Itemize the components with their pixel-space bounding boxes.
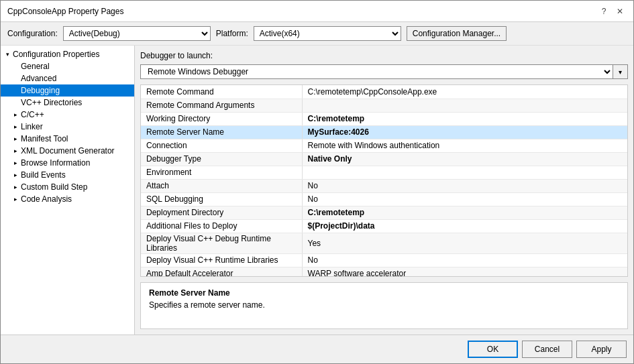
expand-icon-advanced: [11, 74, 19, 82]
title-bar: CppConsoleApp Property Pages ? ✕: [1, 1, 633, 22]
ok-button[interactable]: OK: [468, 341, 518, 358]
table-row[interactable]: SQL DebuggingNo: [141, 192, 627, 206]
table-row[interactable]: Deployment DirectoryC:\remotetemp: [141, 206, 627, 219]
tree-item-label-browse-info: Browse Information: [21, 158, 90, 168]
expand-icon-general: [11, 62, 19, 70]
table-row[interactable]: Remote Command Arguments: [141, 99, 627, 112]
tree-item-label-cpp: C/C++: [21, 110, 44, 119]
prop-value: [302, 166, 627, 179]
expand-icon-linker: ▸: [11, 123, 19, 131]
prop-key: Deploy Visual C++ Debug Runtime Librarie…: [141, 233, 302, 253]
prop-key: Working Directory: [141, 112, 302, 125]
debugger-drop-arrow[interactable]: ▾: [613, 64, 628, 79]
tree-item-manifest[interactable]: ▸Manifest Tool: [1, 133, 134, 145]
property-pages-dialog: CppConsoleApp Property Pages ? ✕ Configu…: [0, 0, 634, 364]
title-bar-controls: ? ✕: [597, 5, 627, 18]
table-row[interactable]: Remote Server NameMySurface:4026: [141, 125, 627, 139]
table-row[interactable]: Additional Files to Deploy$(ProjectDir)\…: [141, 219, 627, 233]
help-button[interactable]: ?: [597, 5, 611, 18]
apply-button[interactable]: Apply: [576, 341, 627, 358]
prop-value: No: [302, 253, 627, 267]
table-row[interactable]: ConnectionRemote with Windows authentica…: [141, 139, 627, 152]
expand-icon-vc-dirs: [11, 99, 19, 107]
table-row[interactable]: Deploy Visual C++ Debug Runtime Librarie…: [141, 233, 627, 253]
prop-value: Remote with Windows authentication: [302, 139, 627, 152]
prop-key: Remote Server Name: [141, 125, 302, 139]
prop-key: Connection: [141, 139, 302, 152]
platform-label: Platform:: [216, 29, 248, 38]
info-panel: Remote Server Name Specifies a remote se…: [140, 282, 628, 329]
prop-value: No: [302, 192, 627, 206]
prop-key: Deploy Visual C++ Runtime Libraries: [141, 253, 302, 267]
info-desc: Specifies a remote server name.: [149, 300, 619, 310]
tree-item-code-analysis[interactable]: ▸Code Analysis: [1, 193, 134, 205]
dialog-title: CppConsoleApp Property Pages: [7, 7, 123, 16]
expand-icon-custom-build: ▸: [11, 183, 19, 191]
prop-key: Attach: [141, 179, 302, 192]
props-table: Remote CommandC:\remotetemp\CppConsoleAp…: [140, 84, 628, 277]
debugger-launch-label: Debugger to launch:: [140, 51, 213, 60]
tree-item-cpp[interactable]: ▸C/C++: [1, 109, 134, 121]
table-row[interactable]: AttachNo: [141, 179, 627, 192]
prop-value: Native Only: [302, 152, 627, 166]
tree-item-label-advanced: Advanced: [21, 74, 56, 83]
tree-item-custom-build[interactable]: ▸Custom Build Step: [1, 181, 134, 193]
prop-key: Deployment Directory: [141, 206, 302, 219]
config-manager-button[interactable]: Configuration Manager...: [407, 26, 507, 41]
prop-key: Remote Command Arguments: [141, 99, 302, 112]
expand-icon-code-analysis: ▸: [11, 195, 19, 203]
info-title: Remote Server Name: [149, 288, 619, 298]
expand-icon-cpp: ▸: [11, 111, 19, 119]
tree-item-label-linker: Linker: [21, 122, 43, 131]
tree-item-label-xml-doc: XML Document Generator: [21, 146, 115, 156]
prop-value: C:\remotetemp\CppConsoleApp.exe: [302, 85, 627, 99]
right-panel: Debugger to launch: Remote Windows Debug…: [135, 46, 633, 335]
tree-panel: ▾Configuration PropertiesGeneralAdvanced…: [1, 46, 135, 335]
prop-value: WARP software accelerator: [302, 267, 627, 277]
tree-item-xml-doc[interactable]: ▸XML Document Generator: [1, 145, 134, 157]
config-row: Configuration: Active(Debug) Platform: A…: [1, 22, 633, 46]
config-label: Configuration:: [7, 29, 58, 38]
tree-item-advanced[interactable]: Advanced: [1, 72, 134, 84]
debugger-launch-row: Debugger to launch:: [140, 51, 628, 60]
tree-item-label-code-analysis: Code Analysis: [21, 194, 72, 204]
table-row[interactable]: Debugger TypeNative Only: [141, 152, 627, 166]
table-row[interactable]: Working DirectoryC:\remotetemp: [141, 112, 627, 125]
tree-item-build-events[interactable]: ▸Build Events: [1, 169, 134, 181]
tree-item-debugging[interactable]: Debugging: [1, 84, 134, 97]
debugger-select[interactable]: Remote Windows Debugger: [140, 64, 613, 79]
cancel-button[interactable]: Cancel: [522, 341, 572, 358]
prop-key: Debugger Type: [141, 152, 302, 166]
tree-item-general[interactable]: General: [1, 60, 134, 72]
prop-key: Amp Default Accelerator: [141, 267, 302, 277]
expand-icon-browse-info: ▸: [11, 159, 19, 167]
tree-item-label-manifest: Manifest Tool: [21, 134, 68, 143]
tree-item-label-vc-dirs: VC++ Directories: [21, 98, 82, 107]
table-row[interactable]: Deploy Visual C++ Runtime LibrariesNo: [141, 253, 627, 267]
prop-key: Remote Command: [141, 85, 302, 99]
prop-key: Additional Files to Deploy: [141, 219, 302, 233]
table-row[interactable]: Remote CommandC:\remotetemp\CppConsoleAp…: [141, 85, 627, 99]
prop-value: C:\remotetemp: [302, 112, 627, 125]
tree-item-label-config-props: Configuration Properties: [13, 50, 99, 59]
prop-value: [302, 99, 627, 112]
tree-item-config-props[interactable]: ▾Configuration Properties: [1, 48, 134, 60]
configuration-select[interactable]: Active(Debug): [63, 26, 211, 41]
tree-item-label-build-events: Build Events: [21, 170, 66, 180]
expand-icon-build-events: ▸: [11, 171, 19, 179]
prop-value: MySurface:4026: [302, 125, 627, 139]
tree-item-vc-dirs[interactable]: VC++ Directories: [1, 97, 134, 109]
table-row[interactable]: Environment: [141, 166, 627, 179]
close-button[interactable]: ✕: [613, 5, 627, 18]
button-row: OK Cancel Apply: [1, 335, 633, 363]
expand-icon-config-props: ▾: [3, 50, 11, 58]
tree-item-linker[interactable]: ▸Linker: [1, 121, 134, 133]
tree-item-label-debugging: Debugging: [21, 86, 60, 95]
platform-select[interactable]: Active(x64): [254, 26, 401, 41]
table-row[interactable]: Amp Default AcceleratorWARP software acc…: [141, 267, 627, 277]
tree-item-label-general: General: [21, 62, 50, 71]
tree-item-browse-info[interactable]: ▸Browse Information: [1, 157, 134, 169]
debugger-select-row: Remote Windows Debugger ▾: [140, 64, 628, 79]
main-content: ▾Configuration PropertiesGeneralAdvanced…: [1, 46, 633, 335]
expand-icon-xml-doc: ▸: [11, 147, 19, 155]
